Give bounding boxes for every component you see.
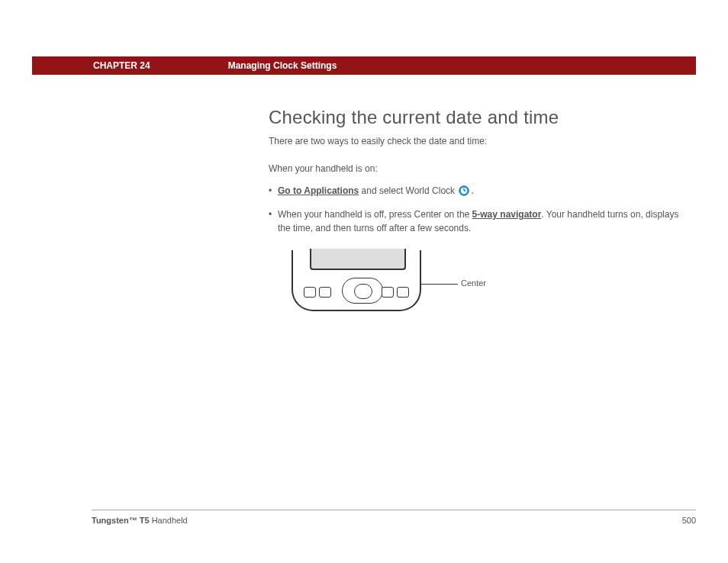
device-button-1 — [304, 287, 316, 298]
device-button-row — [298, 275, 415, 304]
instruction-item-1: Go to Applications and select World Cloc… — [269, 185, 681, 198]
instruction-list: Go to Applications and select World Cloc… — [269, 185, 681, 235]
navigator-center-button — [354, 284, 372, 299]
device-figure: Center — [292, 250, 566, 319]
footer: Tungsten™ T5 Handheld 500 — [92, 516, 696, 525]
chapter-label: CHAPTER 24 — [93, 60, 150, 71]
product-name-bold: Tungsten™ T5 — [92, 516, 150, 525]
chapter-header: CHAPTER 24 Managing Clock Settings — [32, 56, 696, 75]
page: CHAPTER 24 Managing Clock Settings Check… — [0, 0, 728, 563]
page-number: 500 — [682, 516, 696, 525]
callout-line — [421, 284, 458, 285]
section-title: Managing Clock Settings — [228, 60, 337, 71]
instruction-item-2: When your handheld is off, press Center … — [269, 208, 681, 235]
device-screen — [310, 249, 406, 270]
callout-label: Center — [461, 278, 486, 288]
device-button-3 — [382, 287, 394, 298]
instruction-1-period: . — [471, 185, 473, 196]
5-way-navigator-link[interactable]: 5-way navigator — [472, 209, 542, 220]
main-content: Checking the current date and time There… — [269, 107, 681, 319]
condition-text: When your handheld is on: — [269, 163, 681, 174]
product-name: Tungsten™ T5 Handheld — [92, 516, 188, 525]
footer-rule — [92, 510, 696, 510]
product-name-rest: Handheld — [150, 516, 188, 525]
go-to-applications-link[interactable]: Go to Applications — [278, 185, 359, 196]
instruction-1-text: and select World Clock — [359, 185, 457, 196]
five-way-navigator — [342, 278, 383, 304]
page-title: Checking the current date and time — [269, 107, 681, 128]
world-clock-icon — [459, 185, 469, 196]
device-illustration — [292, 250, 421, 311]
device-button-2 — [319, 287, 331, 298]
intro-text: There are two ways to easily check the d… — [269, 136, 681, 146]
device-button-4 — [397, 287, 409, 298]
instruction-2-pre: When your handheld is off, press Center … — [278, 209, 472, 220]
